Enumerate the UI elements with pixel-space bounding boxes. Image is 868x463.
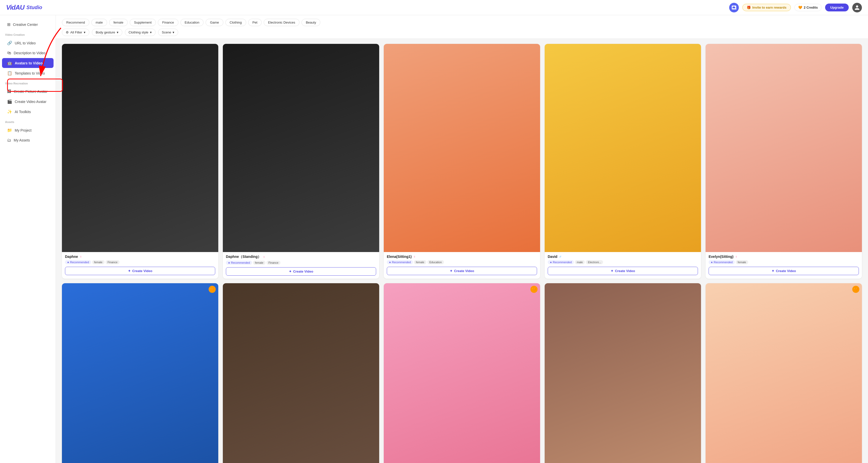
avatars-to-video-icon: 🤖 xyxy=(7,61,12,65)
card-tag: female xyxy=(92,260,104,264)
sidebar-section-label: Video Creation xyxy=(0,30,56,38)
create-icon: ✦ xyxy=(450,269,453,273)
avatar-name-elena-sitting1: Elena(Sitting1) ♀ xyxy=(387,255,537,259)
avatar-name-daphne: Daphne ♀ xyxy=(65,255,215,259)
discord-button[interactable] xyxy=(729,3,739,12)
credits-label: 2 Credits xyxy=(804,6,818,9)
star-icon: ★ xyxy=(228,261,230,264)
avatar-thumbnail-zoe-standing: 🧡 xyxy=(706,283,862,463)
filter-dropdown-3[interactable]: Scene▾ xyxy=(158,29,179,36)
filter-dropdown-2[interactable]: Clothing style▾ xyxy=(125,29,156,36)
card-tags-david: ★ RecommendedmaleElectroni... xyxy=(548,260,698,264)
card-tag: Finance xyxy=(105,260,120,264)
avatar-card-emma: Emma ♀ ★ Recommendedfemale ✦ Create Vide… xyxy=(223,283,379,463)
avatar-card-david: David ♂ ★ RecommendedmaleElectroni... ✦ … xyxy=(545,44,701,279)
create-video-button-elena-sitting1[interactable]: ✦ Create Video xyxy=(387,267,537,275)
category-tag-supplement[interactable]: Supplement xyxy=(130,19,156,26)
star-icon: ★ xyxy=(389,261,391,264)
invite-label: Invite to earn rewards xyxy=(752,6,786,9)
sidebar-item-templates-to-video[interactable]: 📋Templates to Video xyxy=(2,68,54,78)
sidebar-item-create-picture-avatar[interactable]: 🖼Create Picture Avatar xyxy=(2,87,54,96)
avatar-grid: Daphne ♀ ★ RecommendedfemaleFinance ✦ Cr… xyxy=(56,39,868,463)
card-body: Daphne（Standing） ♀ ★ RecommendedfemaleFi… xyxy=(223,252,379,279)
create-video-button-evelyn-sitting[interactable]: ✦ Create Video xyxy=(709,267,859,275)
category-tag-male[interactable]: male xyxy=(91,19,107,26)
description-to-video-icon: 🛍 xyxy=(7,51,11,55)
user-avatar[interactable] xyxy=(852,3,862,12)
invite-icon: 🎁 xyxy=(747,6,751,9)
avatar-card-isabella-sitting: 🧡 Isabella(Sitting) ♀ ★ Recommendedfemal… xyxy=(62,283,218,463)
topbar-right: 🎁 Invite to earn rewards 🧡 2 Credits Upg… xyxy=(729,3,862,12)
category-tag-game[interactable]: Game xyxy=(206,19,223,26)
upgrade-button[interactable]: Upgrade xyxy=(825,4,849,11)
create-video-button-daphne-standing[interactable]: ✦ Create Video xyxy=(226,267,376,276)
favorite-badge: 🧡 xyxy=(209,286,216,293)
avatars-to-video-label: Avatars to Video xyxy=(15,61,43,65)
creative-center-icon: ⊞ xyxy=(7,22,10,27)
create-picture-avatar-icon: 🖼 xyxy=(7,89,11,94)
sidebar-item-my-assets[interactable]: 🗂My Assets xyxy=(2,135,54,145)
card-tag: Finance xyxy=(267,261,280,265)
topbar: VidAU Studio 🎁 Invite to earn rewards 🧡 … xyxy=(0,0,868,15)
sidebar-item-description-to-video[interactable]: 🛍Description to Video xyxy=(2,48,54,58)
filter-dropdown-0[interactable]: ⚙All Filter▾ xyxy=(62,29,89,36)
sidebar-item-ai-toolkits[interactable]: ✨AI Toolkits xyxy=(2,107,54,117)
card-body: Elena(Sitting1) ♀ ★ RecommendedfemaleEdu… xyxy=(384,252,540,278)
invite-button[interactable]: 🎁 Invite to earn rewards xyxy=(742,4,790,11)
category-tag-female[interactable]: female xyxy=(109,19,128,26)
logo-vidau: VidAU xyxy=(6,4,24,11)
templates-to-video-label: Templates to Video xyxy=(15,71,45,75)
category-tag-beauty[interactable]: Beauty xyxy=(302,19,320,26)
avatar-card-elena-sitting1: Elena(Sitting1) ♀ ★ RecommendedfemaleEdu… xyxy=(384,44,540,279)
sidebar-item-url-to-video[interactable]: 🔗URL to Video xyxy=(2,38,54,48)
create-video-button-david[interactable]: ✦ Create Video xyxy=(548,267,698,275)
filter-icon: ⚙ xyxy=(66,30,69,34)
credits-icon: 🧡 xyxy=(798,6,802,9)
sidebar-section-label: Video Recreation xyxy=(0,78,56,87)
category-tag-education[interactable]: Education xyxy=(181,19,204,26)
avatar-thumbnail-david xyxy=(545,44,701,252)
category-tag-electronic-devices[interactable]: Electronic Devices xyxy=(264,19,300,26)
card-tag: female xyxy=(253,261,266,265)
card-tag: male xyxy=(575,260,585,264)
credits-button[interactable]: 🧡 2 Credits xyxy=(795,4,822,11)
category-tag-pet[interactable]: Pet xyxy=(248,19,262,26)
sidebar-item-avatars-to-video[interactable]: 🤖Avatars to Video xyxy=(2,58,54,68)
card-tags-daphne: ★ RecommendedfemaleFinance xyxy=(65,260,215,264)
avatar-card-luna-standing: 🧡 Luna（Standing） ♀ ★ Recommendedfemale ✦… xyxy=(384,283,540,463)
avatar-thumbnail-evelyn-sitting xyxy=(706,44,862,252)
category-tag-finance[interactable]: Finance xyxy=(158,19,178,26)
avatar-thumbnail-luna-standing: 🧡 xyxy=(384,283,540,463)
sidebar-item-my-project[interactable]: 📁My Project xyxy=(2,125,54,135)
sidebar-section-label: Assets xyxy=(0,117,56,125)
category-tags: RecommendmalefemaleSupplementFinanceEduc… xyxy=(62,19,862,29)
create-icon: ✦ xyxy=(611,269,614,273)
category-tag-clothing[interactable]: Clothing xyxy=(225,19,246,26)
filter-label: Body gesture xyxy=(96,30,115,34)
sidebar-item-creative-center[interactable]: ⊞ Creative Center xyxy=(2,20,54,29)
url-to-video-icon: 🔗 xyxy=(7,40,12,45)
avatar-name-daphne-standing: Daphne（Standing） ♀ xyxy=(226,255,376,259)
create-label: Create Video xyxy=(132,269,152,273)
avatar-thumbnail-evelyn-sitting2 xyxy=(545,283,701,463)
ai-toolkits-icon: ✨ xyxy=(7,109,12,114)
filter-bar: RecommendmalefemaleSupplementFinanceEduc… xyxy=(56,15,868,39)
create-video-button-daphne[interactable]: ✦ Create Video xyxy=(65,267,215,275)
card-tag: female xyxy=(414,260,426,264)
avatar-name-david: David ♂ xyxy=(548,255,698,259)
url-to-video-label: URL to Video xyxy=(15,41,36,45)
templates-to-video-icon: 📋 xyxy=(7,71,12,75)
card-body: Daphne ♀ ★ RecommendedfemaleFinance ✦ Cr… xyxy=(62,252,218,278)
gender-icon: ♀ xyxy=(80,255,82,259)
tag-recommended: ★ Recommended xyxy=(65,260,91,264)
filter-dropdown-1[interactable]: Body gesture▾ xyxy=(92,29,122,36)
card-tag: Electroni... xyxy=(586,260,603,264)
my-assets-label: My Assets xyxy=(14,138,30,142)
avatar-name-evelyn-sitting: Evelyn(Sitting) ♀ xyxy=(709,255,859,259)
sidebar-item-create-video-avatar[interactable]: 🎬Create Video Avatar xyxy=(2,97,54,106)
category-tag-recommend[interactable]: Recommend xyxy=(62,19,89,26)
star-icon: ★ xyxy=(67,261,69,264)
sidebar-sections: Video Creation🔗URL to Video🛍Description … xyxy=(0,30,56,145)
create-label: Create Video xyxy=(293,269,313,273)
ai-toolkits-label: AI Toolkits xyxy=(15,110,31,114)
